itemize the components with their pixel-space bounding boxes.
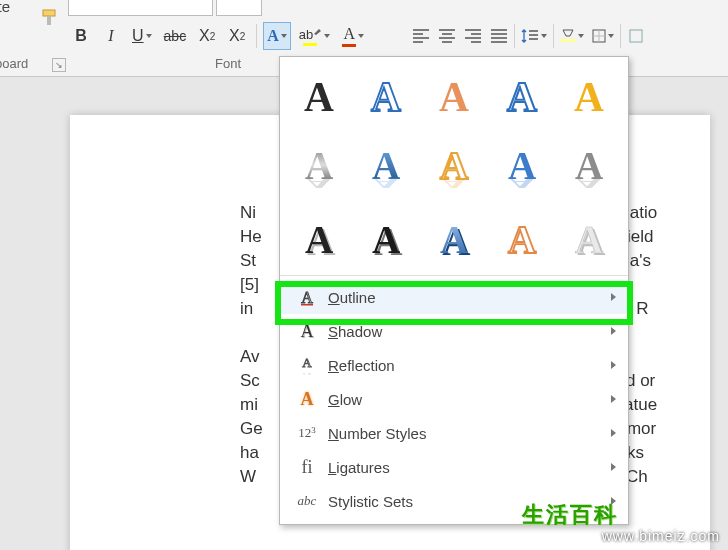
svg-rect-4 [560, 39, 576, 42]
svg-text:A: A [507, 175, 535, 190]
watermark-logo: 生活百科 [522, 500, 618, 530]
svg-text:A: A [575, 218, 603, 261]
font-size-input[interactable] [216, 0, 262, 16]
font-group: B I U abc X2 X2 A ab A [68, 22, 368, 50]
svg-text:A: A [302, 372, 312, 375]
menu-number-styles[interactable]: 123 Number Styles [280, 416, 628, 450]
svg-text:A: A [507, 74, 537, 120]
clipboard-group-label: board [0, 56, 28, 71]
svg-text:A: A [575, 175, 603, 190]
stylistic-sets-icon: abc [294, 493, 320, 509]
menu-outline-label: Outline [328, 289, 376, 306]
subscript-button[interactable]: X2 [194, 22, 220, 50]
glow-icon: A [294, 389, 320, 410]
outline-icon: A [294, 288, 320, 306]
svg-text:A: A [574, 74, 604, 120]
submenu-arrow-icon [611, 429, 616, 437]
menu-glow[interactable]: A Glow [280, 382, 628, 416]
align-left-button[interactable] [408, 22, 434, 50]
text-effects-button[interactable]: A [263, 22, 291, 50]
borders-button[interactable] [588, 22, 618, 50]
svg-rect-6 [630, 30, 642, 42]
fx-preset-13[interactable]: AA [429, 213, 479, 265]
text-effects-gallery: A A A A A AA AA AA AA AA AA AA AA A AA [280, 57, 628, 271]
text-effects-submenu: A Outline AA Shadow AA Reflection A Glow… [280, 276, 628, 524]
svg-text:A: A [440, 175, 468, 190]
svg-text:A: A [372, 175, 400, 190]
fx-preset-3[interactable]: A [429, 69, 479, 121]
reflection-icon: AA [294, 355, 320, 375]
fx-preset-11[interactable]: AA [294, 213, 344, 265]
menu-glow-label: Glow [328, 391, 362, 408]
svg-rect-32 [301, 304, 313, 306]
copy-icon[interactable] [40, 0, 58, 4]
submenu-arrow-icon [611, 395, 616, 403]
submenu-arrow-icon [611, 327, 616, 335]
fx-preset-6[interactable]: AA [294, 141, 344, 193]
clipboard-dialog-launcher[interactable]: ↘ [52, 58, 66, 72]
font-name-input[interactable] [68, 0, 213, 16]
submenu-arrow-icon [611, 293, 616, 301]
line-spacing-button[interactable] [517, 22, 551, 50]
fx-preset-9[interactable]: AA [497, 141, 547, 193]
menu-number-styles-label: Number Styles [328, 425, 426, 442]
svg-text:A: A [305, 175, 333, 190]
menu-shadow-label: Shadow [328, 323, 382, 340]
align-center-button[interactable] [434, 22, 460, 50]
fx-preset-4[interactable]: A [497, 69, 547, 121]
strikethrough-button[interactable]: abc [160, 22, 191, 50]
fx-preset-14[interactable]: A [497, 213, 547, 265]
fx-preset-10[interactable]: AA [564, 141, 614, 193]
menu-outline[interactable]: A Outline [280, 280, 628, 314]
fx-preset-12[interactable]: AA [362, 213, 412, 265]
fx-preset-8[interactable]: AA [429, 141, 479, 193]
svg-text:A: A [371, 74, 401, 120]
menu-reflection[interactable]: AA Reflection [280, 348, 628, 382]
svg-text:A: A [305, 218, 333, 261]
underline-button[interactable]: U [128, 22, 156, 50]
superscript-button[interactable]: X2 [224, 22, 250, 50]
paste-button-label: ste [0, 0, 10, 15]
svg-text:A: A [439, 74, 469, 120]
menu-ligatures-label: Ligatures [328, 459, 390, 476]
fx-preset-1[interactable]: A [294, 69, 344, 121]
justify-button[interactable] [486, 22, 512, 50]
document-text-left: Ni He St [5] in Av Sc mi Ge ha W [240, 201, 263, 489]
font-color-button[interactable]: A [338, 22, 368, 50]
bold-button[interactable]: B [68, 22, 94, 50]
ligatures-icon: fi [294, 457, 320, 478]
number-styles-icon: 123 [294, 425, 320, 441]
submenu-arrow-icon [611, 361, 616, 369]
format-painter-icon[interactable] [40, 8, 60, 32]
text-effects-dropdown: A A A A A AA AA AA AA AA AA AA AA A AA A… [279, 56, 629, 525]
styles-partial[interactable] [623, 22, 649, 50]
submenu-arrow-icon [611, 463, 616, 471]
menu-reflection-label: Reflection [328, 357, 395, 374]
menu-shadow[interactable]: AA Shadow [280, 314, 628, 348]
menu-ligatures[interactable]: fi Ligatures [280, 450, 628, 484]
italic-button[interactable]: I [98, 22, 124, 50]
clipboard-group: ste [0, 0, 64, 56]
watermark-url: www.bimeiz.com [602, 528, 720, 544]
menu-stylistic-sets-label: Stylistic Sets [328, 493, 413, 510]
fx-preset-15[interactable]: AA [564, 213, 614, 265]
svg-text:A: A [302, 355, 312, 370]
paragraph-group [408, 22, 649, 50]
svg-text:A: A [301, 289, 313, 306]
shadow-icon: AA [294, 321, 320, 342]
svg-rect-2 [43, 10, 55, 16]
svg-text:A: A [372, 218, 400, 261]
align-right-button[interactable] [460, 22, 486, 50]
svg-text:A: A [304, 74, 334, 120]
svg-text:A: A [507, 218, 535, 261]
svg-rect-3 [47, 16, 51, 25]
svg-text:A: A [440, 218, 468, 261]
shading-button[interactable] [556, 22, 588, 50]
fx-preset-5[interactable]: A [564, 69, 614, 121]
highlight-button[interactable]: ab [295, 22, 334, 50]
fx-preset-7[interactable]: AA [362, 141, 412, 193]
font-group-label: Font [215, 56, 241, 71]
fx-preset-2[interactable]: A [362, 69, 412, 121]
